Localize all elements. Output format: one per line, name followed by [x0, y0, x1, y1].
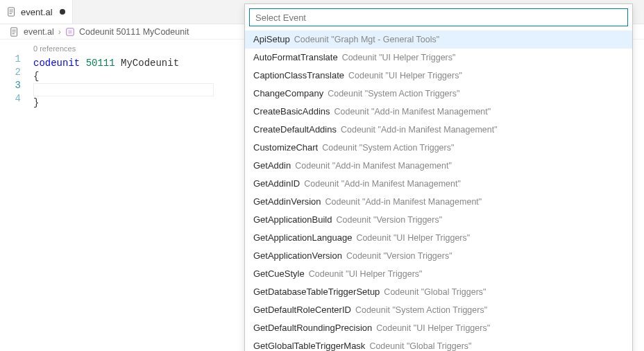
quickpick-item[interactable]: CreateDefaultAddinsCodeunit "Add-in Mani…	[245, 121, 632, 139]
quickpick-item-desc: Codeunit "System Action Triggers"	[322, 141, 454, 155]
quickpick-item-name: GetDefaultRoleCenterID	[253, 303, 351, 317]
quickpick-item-name: GetDatabaseTableTriggerSetup	[253, 285, 380, 299]
quickpick-item-desc: Codeunit "Version Triggers"	[336, 213, 442, 227]
quickpick-item-name: ApiSetup	[253, 33, 290, 46]
quickpick-item[interactable]: AutoFormatTranslateCodeunit "UI Helper T…	[245, 49, 632, 67]
quickpick-item-name: ChangeCompany	[253, 87, 323, 101]
quickpick-item[interactable]: CreateBasicAddinsCodeunit "Add-in Manife…	[245, 103, 632, 121]
quickpick-item-desc: Codeunit "Add-in Manifest Management"	[295, 159, 452, 173]
quickpick-item-desc: Codeunit "Graph Mgt - General Tools"	[294, 33, 439, 46]
quickpick-item-desc: Codeunit "Version Triggers"	[346, 249, 452, 263]
codeunit-symbol-icon	[65, 27, 75, 37]
quickpick-item-name: GetAddin	[253, 159, 291, 173]
quickpick-item-name: GetApplicationVersion	[253, 249, 342, 263]
quickpick-item[interactable]: GetDefaultRoundingPrecisionCodeunit "UI …	[245, 319, 632, 337]
tab-eventfile[interactable]: event.al	[0, 0, 73, 24]
quickpick-item-name: CustomizeChart	[253, 141, 318, 155]
quickpick-item[interactable]: GetAddinIDCodeunit "Add-in Manifest Mana…	[245, 175, 632, 193]
quickpick-item-name: CaptionClassTranslate	[253, 69, 344, 83]
quickpick-item[interactable]: ApiSetupCodeunit "Graph Mgt - General To…	[245, 31, 632, 49]
quickpick-item-desc: Codeunit "UI Helper Triggers"	[342, 51, 456, 65]
quickpick-item-name: GetDefaultRoundingPrecision	[253, 321, 372, 335]
quickpick-item-desc: Codeunit "Add-in Manifest Management"	[325, 195, 482, 209]
quickpick-item-desc: Codeunit "UI Helper Triggers"	[348, 69, 462, 83]
quickpick-item-desc: Codeunit "System Action Triggers"	[328, 87, 459, 101]
quickpick-item-name: AutoFormatTranslate	[253, 51, 338, 65]
quickpick-item-desc: Codeunit "UI Helper Triggers"	[356, 231, 470, 245]
chevron-right-icon: ›	[58, 27, 61, 37]
quickpick-item[interactable]: ChangeCompanyCodeunit "System Action Tri…	[245, 85, 632, 103]
quickpick-item-desc: Codeunit "UI Helper Triggers"	[309, 267, 423, 281]
quickpick-item[interactable]: GetApplicationLanguageCodeunit "UI Helpe…	[245, 229, 632, 247]
quickpick-item[interactable]: CaptionClassTranslateCodeunit "UI Helper…	[245, 67, 632, 85]
line-number: 4	[0, 92, 21, 105]
quickpick-item[interactable]: GetApplicationBuildCodeunit "Version Tri…	[245, 211, 632, 229]
quickpick-item-name: CreateDefaultAddins	[253, 123, 337, 137]
quickpick-item-name: GetApplicationLanguage	[253, 231, 352, 245]
quickpick-item-desc: Codeunit "Add-in Manifest Management"	[341, 123, 498, 137]
quickpick-item[interactable]: CustomizeChartCodeunit "System Action Tr…	[245, 139, 632, 157]
dirty-indicator-icon	[60, 9, 65, 15]
quickpick-item[interactable]: GetApplicationVersionCodeunit "Version T…	[245, 247, 632, 265]
al-file-icon	[10, 27, 19, 37]
line-number: 3	[0, 79, 21, 92]
quickpick-input[interactable]	[249, 8, 628, 26]
breadcrumb-file[interactable]: event.al	[24, 27, 54, 37]
quickpick-item-desc: Codeunit "Add-in Manifest Management"	[304, 177, 461, 191]
quickpick-item[interactable]: GetDefaultRoleCenterIDCodeunit "System A…	[245, 301, 632, 319]
quickpick-item-desc: Codeunit "Global Triggers"	[369, 339, 471, 351]
line-number-gutter: 1 2 3 4	[0, 42, 33, 110]
al-file-icon	[7, 7, 17, 17]
quickpick-item-name: CreateBasicAddins	[253, 105, 330, 119]
quickpick-item[interactable]: GetCueStyleCodeunit "UI Helper Triggers"	[245, 265, 632, 283]
event-quickpick: ApiSetupCodeunit "Graph Mgt - General To…	[244, 3, 633, 351]
svg-rect-9	[68, 30, 71, 33]
quickpick-item-desc: Codeunit "System Action Triggers"	[355, 303, 487, 317]
quickpick-item-desc: Codeunit "Add-in Manifest Management"	[334, 105, 491, 119]
tab-filename: event.al	[21, 7, 53, 17]
quickpick-item-name: GetGlobalTableTriggerMask	[253, 339, 365, 351]
quickpick-item-name: GetAddinID	[253, 177, 300, 191]
quickpick-item-name: GetApplicationBuild	[253, 213, 332, 227]
quickpick-list[interactable]: ApiSetupCodeunit "Graph Mgt - General To…	[245, 31, 632, 351]
breadcrumb-symbol[interactable]: Codeunit 50111 MyCodeunit	[79, 27, 189, 37]
quickpick-item-desc: Codeunit "UI Helper Triggers"	[376, 321, 490, 335]
quickpick-item[interactable]: GetAddinVersionCodeunit "Add-in Manifest…	[245, 193, 632, 211]
line-number: 2	[0, 66, 21, 79]
line-number: 1	[0, 53, 21, 66]
quickpick-item-name: GetCueStyle	[253, 267, 305, 281]
quickpick-item-name: GetAddinVersion	[253, 195, 321, 209]
quickpick-item[interactable]: GetDatabaseTableTriggerSetupCodeunit "Gl…	[245, 283, 632, 301]
quickpick-item[interactable]: GetGlobalTableTriggerMaskCodeunit "Globa…	[245, 337, 632, 351]
quickpick-item[interactable]: GetAddinCodeunit "Add-in Manifest Manage…	[245, 157, 632, 175]
quickpick-item-desc: Codeunit "Global Triggers"	[384, 285, 486, 299]
